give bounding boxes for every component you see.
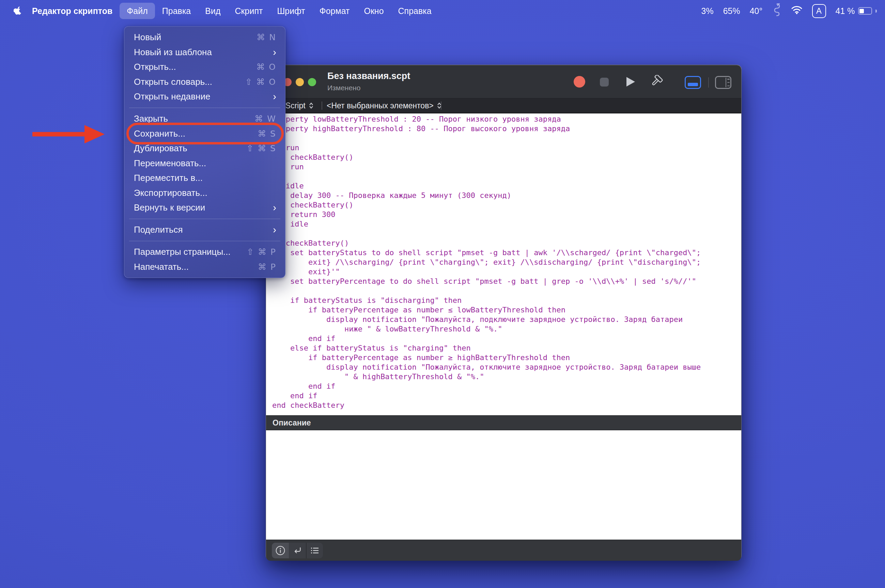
record-button[interactable] xyxy=(574,76,585,87)
navigator-dropdown[interactable]: <Нет выбранных элементов> xyxy=(327,99,442,113)
list-icon xyxy=(310,545,320,556)
menu-item-move-to[interactable]: Переместить в... xyxy=(124,171,285,186)
status-item-65pct[interactable]: 65% xyxy=(723,6,740,16)
accessory-divider xyxy=(322,102,322,110)
return-icon xyxy=(292,545,303,556)
menu-separator xyxy=(129,219,280,219)
applescript-code[interactable]: property lowBatteryThreshold : 20 -- Пор… xyxy=(266,114,741,410)
menubar-item-format[interactable]: Формат xyxy=(312,3,357,19)
description-label: Описание xyxy=(273,418,311,428)
battery-status[interactable]: 41 % xyxy=(836,6,877,16)
highlight-rectangle xyxy=(126,123,284,144)
menu-item-new-from-template[interactable]: Новый из шаблона › xyxy=(124,45,285,60)
menu-item-print[interactable]: Напечатать... ⌘ P xyxy=(124,260,285,274)
submenu-chevron-icon: › xyxy=(273,92,276,102)
menubar-item-font[interactable]: Шрифт xyxy=(270,3,312,19)
toolbar-separator xyxy=(708,77,709,87)
result-pane-button[interactable] xyxy=(289,543,306,558)
toggle-right-panel-button[interactable] xyxy=(715,76,731,89)
apple-logo-icon xyxy=(14,6,22,16)
battery-percentage: 41 % xyxy=(836,6,855,16)
annotation-arrow xyxy=(32,125,105,145)
menu-item-open[interactable]: Открыть... ⌘ O xyxy=(124,60,285,75)
bottom-pane-segmented-control xyxy=(272,543,323,558)
info-icon xyxy=(275,545,285,556)
input-source-icon[interactable]: A xyxy=(812,4,826,18)
seahorse-icon[interactable] xyxy=(772,3,782,19)
submenu-chevron-icon: › xyxy=(273,203,276,213)
app-menu-title[interactable]: Редактор скриптов xyxy=(25,6,120,16)
menubar-item-help[interactable]: Справка xyxy=(391,3,439,19)
window-title-block: Без названия.scpt Изменено xyxy=(327,71,410,92)
menubar-item-edit[interactable]: Правка xyxy=(155,3,198,19)
menu-item-export[interactable]: Экспортировать... xyxy=(124,186,285,201)
description-tab-bar[interactable]: Описание xyxy=(266,415,741,430)
menu-item-share[interactable]: Поделиться › xyxy=(124,222,285,237)
menu-item-open-recent[interactable]: Открыть недавние › xyxy=(124,89,285,104)
window-modified-status: Изменено xyxy=(327,84,410,92)
menu-bar: Редактор скриптов Файл Правка Вид Скрипт… xyxy=(0,0,885,22)
run-button[interactable] xyxy=(627,77,635,87)
status-item-temperature[interactable]: 40° xyxy=(750,6,763,16)
menu-separator xyxy=(129,241,280,242)
accessory-divider xyxy=(441,102,441,110)
panel-bottom-icon xyxy=(688,83,698,86)
zoom-window-button[interactable] xyxy=(308,78,316,86)
navigator-dropdown-value: <Нет выбранных элементов> xyxy=(327,101,434,110)
chevron-up-down-icon xyxy=(309,102,314,110)
apple-menu[interactable] xyxy=(14,6,22,16)
status-item-3pct[interactable]: 3% xyxy=(701,6,714,16)
submenu-chevron-icon: › xyxy=(273,225,276,235)
menu-separator xyxy=(129,108,280,108)
log-pane-button[interactable] xyxy=(306,543,323,558)
menubar-item-file[interactable]: Файл xyxy=(120,3,154,19)
wifi-icon[interactable] xyxy=(791,6,802,16)
panel-right-icon xyxy=(726,78,727,87)
window-titlebar[interactable]: Без названия.scpt Изменено xyxy=(266,65,741,99)
description-text-area[interactable] xyxy=(266,430,741,540)
menubar-item-script[interactable]: Скрипт xyxy=(228,3,270,19)
submenu-chevron-icon: › xyxy=(273,47,276,57)
file-menu: Новый ⌘ N Новый из шаблона › Открыть... … xyxy=(124,26,285,278)
menu-item-page-setup[interactable]: Параметры страницы... ⇧ ⌘ P xyxy=(124,244,285,260)
script-editor-window: Без названия.scpt Изменено xyxy=(266,65,742,560)
compile-button[interactable] xyxy=(650,75,664,90)
accessory-bar: AppleScript <Нет выбранных элементов> xyxy=(266,99,741,114)
menubar-item-window[interactable]: Окно xyxy=(357,3,391,19)
minimize-window-button[interactable] xyxy=(296,78,304,86)
menu-item-revert-to[interactable]: Вернуть к версии › xyxy=(124,200,285,215)
hammer-icon xyxy=(650,75,664,88)
window-title: Без названия.scpt xyxy=(327,71,410,81)
menu-item-rename[interactable]: Переименовать... xyxy=(124,156,285,171)
menubar-item-view[interactable]: Вид xyxy=(198,3,228,19)
window-bottom-bar xyxy=(266,540,741,561)
battery-icon xyxy=(858,7,872,15)
arrow-icon xyxy=(32,125,105,143)
stop-button[interactable] xyxy=(600,78,609,87)
menu-item-open-dictionary[interactable]: Открыть словарь... ⇧ ⌘ O xyxy=(124,75,285,90)
description-pane-button[interactable] xyxy=(272,543,289,558)
toggle-bottom-panel-button[interactable] xyxy=(685,76,701,89)
menu-item-new[interactable]: Новый ⌘ N xyxy=(124,30,285,45)
desktop: Без названия.scpt Изменено xyxy=(0,0,885,588)
script-editor-text-area[interactable]: property lowBatteryThreshold : 20 -- Пор… xyxy=(266,114,741,415)
